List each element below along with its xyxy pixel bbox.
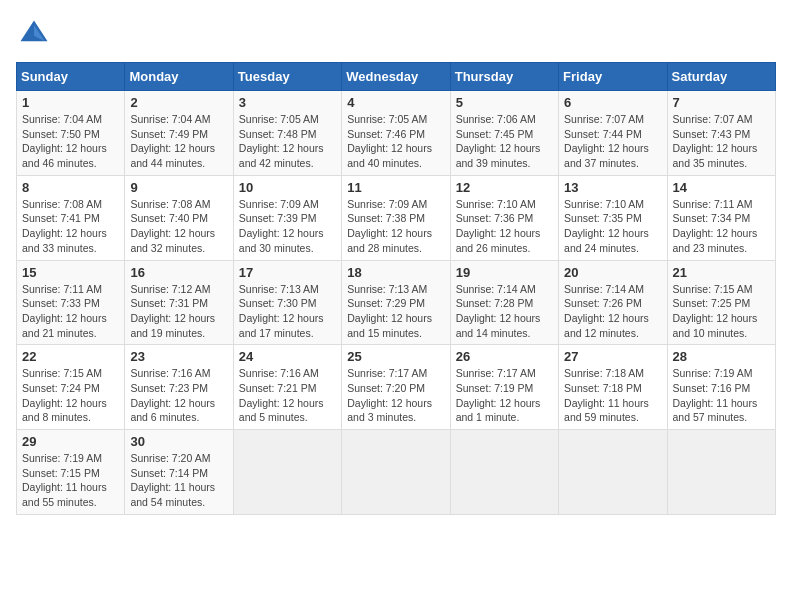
calendar-cell: 23 Sunrise: 7:16 AM Sunset: 7:23 PM Dayl…	[125, 345, 233, 430]
calendar-cell	[450, 430, 558, 515]
calendar-cell: 7 Sunrise: 7:07 AM Sunset: 7:43 PM Dayli…	[667, 91, 775, 176]
column-header-saturday: Saturday	[667, 63, 775, 91]
calendar-header-row: SundayMondayTuesdayWednesdayThursdayFrid…	[17, 63, 776, 91]
day-info: Sunrise: 7:09 AM Sunset: 7:39 PM Dayligh…	[239, 197, 336, 256]
calendar-cell: 18 Sunrise: 7:13 AM Sunset: 7:29 PM Dayl…	[342, 260, 450, 345]
day-number: 29	[22, 434, 119, 449]
day-number: 24	[239, 349, 336, 364]
calendar-cell: 30 Sunrise: 7:20 AM Sunset: 7:14 PM Dayl…	[125, 430, 233, 515]
day-info: Sunrise: 7:04 AM Sunset: 7:50 PM Dayligh…	[22, 112, 119, 171]
day-info: Sunrise: 7:15 AM Sunset: 7:24 PM Dayligh…	[22, 366, 119, 425]
day-info: Sunrise: 7:15 AM Sunset: 7:25 PM Dayligh…	[673, 282, 770, 341]
day-info: Sunrise: 7:17 AM Sunset: 7:20 PM Dayligh…	[347, 366, 444, 425]
day-number: 14	[673, 180, 770, 195]
calendar-cell: 14 Sunrise: 7:11 AM Sunset: 7:34 PM Dayl…	[667, 175, 775, 260]
column-header-thursday: Thursday	[450, 63, 558, 91]
calendar-cell: 6 Sunrise: 7:07 AM Sunset: 7:44 PM Dayli…	[559, 91, 667, 176]
calendar-cell	[559, 430, 667, 515]
calendar-cell: 20 Sunrise: 7:14 AM Sunset: 7:26 PM Dayl…	[559, 260, 667, 345]
day-info: Sunrise: 7:05 AM Sunset: 7:48 PM Dayligh…	[239, 112, 336, 171]
day-number: 13	[564, 180, 661, 195]
day-number: 27	[564, 349, 661, 364]
calendar-cell: 26 Sunrise: 7:17 AM Sunset: 7:19 PM Dayl…	[450, 345, 558, 430]
calendar-cell	[342, 430, 450, 515]
day-number: 5	[456, 95, 553, 110]
day-info: Sunrise: 7:14 AM Sunset: 7:26 PM Dayligh…	[564, 282, 661, 341]
calendar-cell: 8 Sunrise: 7:08 AM Sunset: 7:41 PM Dayli…	[17, 175, 125, 260]
calendar-cell: 13 Sunrise: 7:10 AM Sunset: 7:35 PM Dayl…	[559, 175, 667, 260]
calendar-cell: 15 Sunrise: 7:11 AM Sunset: 7:33 PM Dayl…	[17, 260, 125, 345]
day-info: Sunrise: 7:11 AM Sunset: 7:34 PM Dayligh…	[673, 197, 770, 256]
calendar-cell: 25 Sunrise: 7:17 AM Sunset: 7:20 PM Dayl…	[342, 345, 450, 430]
column-header-friday: Friday	[559, 63, 667, 91]
day-number: 9	[130, 180, 227, 195]
calendar-week-2: 8 Sunrise: 7:08 AM Sunset: 7:41 PM Dayli…	[17, 175, 776, 260]
day-info: Sunrise: 7:10 AM Sunset: 7:36 PM Dayligh…	[456, 197, 553, 256]
day-info: Sunrise: 7:13 AM Sunset: 7:30 PM Dayligh…	[239, 282, 336, 341]
day-number: 1	[22, 95, 119, 110]
calendar-cell: 22 Sunrise: 7:15 AM Sunset: 7:24 PM Dayl…	[17, 345, 125, 430]
day-info: Sunrise: 7:12 AM Sunset: 7:31 PM Dayligh…	[130, 282, 227, 341]
day-number: 18	[347, 265, 444, 280]
day-info: Sunrise: 7:19 AM Sunset: 7:15 PM Dayligh…	[22, 451, 119, 510]
day-info: Sunrise: 7:20 AM Sunset: 7:14 PM Dayligh…	[130, 451, 227, 510]
page-header	[16, 16, 776, 52]
calendar-cell: 4 Sunrise: 7:05 AM Sunset: 7:46 PM Dayli…	[342, 91, 450, 176]
calendar-table: SundayMondayTuesdayWednesdayThursdayFrid…	[16, 62, 776, 515]
day-info: Sunrise: 7:08 AM Sunset: 7:40 PM Dayligh…	[130, 197, 227, 256]
day-number: 7	[673, 95, 770, 110]
logo	[16, 16, 56, 52]
day-info: Sunrise: 7:18 AM Sunset: 7:18 PM Dayligh…	[564, 366, 661, 425]
day-info: Sunrise: 7:19 AM Sunset: 7:16 PM Dayligh…	[673, 366, 770, 425]
calendar-cell: 29 Sunrise: 7:19 AM Sunset: 7:15 PM Dayl…	[17, 430, 125, 515]
calendar-cell: 28 Sunrise: 7:19 AM Sunset: 7:16 PM Dayl…	[667, 345, 775, 430]
calendar-cell	[667, 430, 775, 515]
calendar-cell: 9 Sunrise: 7:08 AM Sunset: 7:40 PM Dayli…	[125, 175, 233, 260]
day-number: 30	[130, 434, 227, 449]
day-info: Sunrise: 7:17 AM Sunset: 7:19 PM Dayligh…	[456, 366, 553, 425]
day-info: Sunrise: 7:10 AM Sunset: 7:35 PM Dayligh…	[564, 197, 661, 256]
day-number: 3	[239, 95, 336, 110]
day-number: 20	[564, 265, 661, 280]
day-number: 26	[456, 349, 553, 364]
day-info: Sunrise: 7:16 AM Sunset: 7:21 PM Dayligh…	[239, 366, 336, 425]
day-number: 16	[130, 265, 227, 280]
calendar-cell: 12 Sunrise: 7:10 AM Sunset: 7:36 PM Dayl…	[450, 175, 558, 260]
day-info: Sunrise: 7:07 AM Sunset: 7:43 PM Dayligh…	[673, 112, 770, 171]
day-number: 8	[22, 180, 119, 195]
day-info: Sunrise: 7:13 AM Sunset: 7:29 PM Dayligh…	[347, 282, 444, 341]
day-info: Sunrise: 7:08 AM Sunset: 7:41 PM Dayligh…	[22, 197, 119, 256]
column-header-monday: Monday	[125, 63, 233, 91]
day-info: Sunrise: 7:07 AM Sunset: 7:44 PM Dayligh…	[564, 112, 661, 171]
calendar-week-3: 15 Sunrise: 7:11 AM Sunset: 7:33 PM Dayl…	[17, 260, 776, 345]
day-number: 25	[347, 349, 444, 364]
day-number: 10	[239, 180, 336, 195]
day-number: 15	[22, 265, 119, 280]
calendar-week-5: 29 Sunrise: 7:19 AM Sunset: 7:15 PM Dayl…	[17, 430, 776, 515]
calendar-cell: 19 Sunrise: 7:14 AM Sunset: 7:28 PM Dayl…	[450, 260, 558, 345]
column-header-wednesday: Wednesday	[342, 63, 450, 91]
day-info: Sunrise: 7:16 AM Sunset: 7:23 PM Dayligh…	[130, 366, 227, 425]
calendar-cell: 5 Sunrise: 7:06 AM Sunset: 7:45 PM Dayli…	[450, 91, 558, 176]
day-info: Sunrise: 7:05 AM Sunset: 7:46 PM Dayligh…	[347, 112, 444, 171]
day-info: Sunrise: 7:09 AM Sunset: 7:38 PM Dayligh…	[347, 197, 444, 256]
calendar-cell	[233, 430, 341, 515]
day-number: 19	[456, 265, 553, 280]
day-number: 6	[564, 95, 661, 110]
calendar-cell: 16 Sunrise: 7:12 AM Sunset: 7:31 PM Dayl…	[125, 260, 233, 345]
day-number: 4	[347, 95, 444, 110]
day-info: Sunrise: 7:11 AM Sunset: 7:33 PM Dayligh…	[22, 282, 119, 341]
day-number: 28	[673, 349, 770, 364]
calendar-week-4: 22 Sunrise: 7:15 AM Sunset: 7:24 PM Dayl…	[17, 345, 776, 430]
day-number: 23	[130, 349, 227, 364]
logo-icon	[16, 16, 52, 52]
calendar-cell: 27 Sunrise: 7:18 AM Sunset: 7:18 PM Dayl…	[559, 345, 667, 430]
day-info: Sunrise: 7:04 AM Sunset: 7:49 PM Dayligh…	[130, 112, 227, 171]
day-number: 2	[130, 95, 227, 110]
calendar-cell: 21 Sunrise: 7:15 AM Sunset: 7:25 PM Dayl…	[667, 260, 775, 345]
day-number: 11	[347, 180, 444, 195]
calendar-cell: 1 Sunrise: 7:04 AM Sunset: 7:50 PM Dayli…	[17, 91, 125, 176]
calendar-cell: 10 Sunrise: 7:09 AM Sunset: 7:39 PM Dayl…	[233, 175, 341, 260]
day-number: 22	[22, 349, 119, 364]
day-number: 17	[239, 265, 336, 280]
